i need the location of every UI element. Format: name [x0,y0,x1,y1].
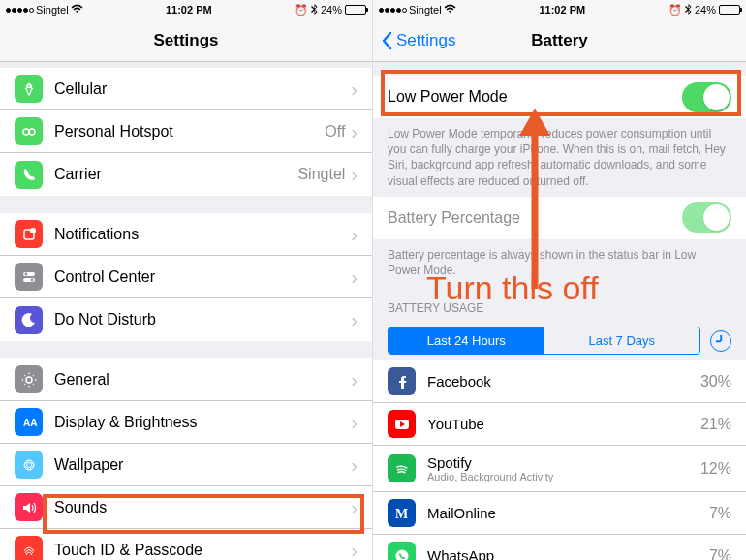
cell-battery-percentage: Battery Percentage [373,197,746,239]
svg-point-3 [30,228,36,233]
seg-last-24h[interactable]: Last 24 Hours [389,327,544,354]
app-row-youtube[interactable]: YouTube 21% [373,403,746,446]
app-row-mailonline[interactable]: M MailOnline 7% [373,492,746,535]
app-row-facebook[interactable]: Facebook 30% [373,360,746,403]
cell-notifications[interactable]: Notifications › [0,213,372,256]
settings-group-general: General › AA Display & Brightness › Wall… [0,358,372,560]
cell-label: Notifications [54,226,351,243]
moon-icon [15,306,43,334]
chevron-right-icon: › [351,310,357,329]
cell-value: Off [325,123,345,140]
wallpaper-icon [15,451,43,479]
chevron-right-icon: › [351,225,357,244]
cell-do-not-disturb[interactable]: Do Not Disturb › [0,298,372,341]
app-name: WhatsApp [427,547,709,560]
cell-label: Personal Hotspot [54,123,325,140]
cell-general[interactable]: General › [0,358,372,401]
app-pct: 7% [709,505,731,522]
page-title: Battery [531,31,588,50]
cell-carrier[interactable]: Carrier Singtel › [0,153,372,196]
cell-label: Battery Percentage [388,209,682,227]
alarm-icon: ⏰ [668,4,682,16]
mailonline-icon: M [388,499,416,527]
page-title: Settings [153,31,218,50]
cell-label: Low Power Mode [388,88,682,106]
alarm-icon: ⏰ [295,4,308,16]
app-name: Facebook [427,373,700,389]
spotify-icon [388,454,416,482]
cell-wallpaper[interactable]: Wallpaper › [0,444,372,486]
cell-label: General [54,371,351,389]
app-sub: Audio, Background Activity [427,471,700,482]
svg-point-6 [24,272,27,275]
battery-usage-list: Facebook 30% YouTube 21% Spotify Audio, … [373,360,746,560]
cell-control-center[interactable]: Control Center › [0,256,372,298]
brightness-icon: AA [15,408,43,436]
battery-percentage-group: Battery Percentage [373,197,746,239]
app-row-spotify[interactable]: Spotify Audio, Background Activity 12% [373,446,746,492]
battery-screen: Singtel 11:02 PM ⏰ 24% Settings Battery [373,0,746,560]
svg-point-7 [30,278,33,281]
bluetooth-icon [685,4,692,16]
gear-icon [15,365,43,393]
battery-icon [345,5,366,15]
notifications-icon [15,220,43,248]
low-power-mode-toggle[interactable] [682,82,731,112]
cellular-icon [15,75,43,103]
status-bar: Singtel 11:02 PM ⏰ 24% [0,0,372,19]
svg-point-10 [24,460,34,470]
clock-icon[interactable] [710,330,731,352]
whatsapp-icon [388,542,416,560]
lpm-footer-note: Low Power Mode temporarily reduces power… [373,118,746,197]
settings-group-alerts: Notifications › Control Center › Do Not … [0,213,372,341]
signal-dots-icon [6,8,34,13]
youtube-icon [388,410,416,438]
cell-low-power-mode[interactable]: Low Power Mode [373,76,746,118]
nav-bar: Settings Battery [373,19,746,62]
back-button[interactable]: Settings [381,31,455,50]
status-bar: Singtel 11:02 PM ⏰ 24% [373,0,746,19]
cell-display-brightness[interactable]: AA Display & Brightness › [0,401,372,444]
back-label: Settings [396,31,455,50]
svg-point-17 [395,549,408,560]
cell-label: Carrier [54,166,297,183]
status-time: 11:02 PM [539,4,585,16]
chevron-right-icon: › [351,122,357,141]
fingerprint-icon [15,536,43,560]
chevron-right-icon: › [351,541,357,560]
chevron-right-icon: › [351,498,357,517]
app-row-whatsapp[interactable]: WhatsApp 7% [373,535,746,560]
chevron-right-icon: › [351,413,357,432]
carrier-label: Singtel [36,4,69,16]
cell-sounds[interactable]: Sounds › [0,486,372,529]
cell-label: Display & Brightness [54,414,351,431]
nav-bar: Settings [0,19,372,62]
cell-personal-hotspot[interactable]: Personal Hotspot Off › [0,110,372,153]
svg-text:AA: AA [23,418,37,428]
seg-last-7d[interactable]: Last 7 Days [544,327,700,354]
usage-period-row: Last 24 Hours Last 7 Days [373,321,746,360]
battery-usage-header: BATTERY USAGE [373,286,746,321]
cell-cellular[interactable]: Cellular › [0,68,372,110]
app-pct: 30% [700,373,731,390]
app-name: MailOnline [427,505,709,521]
settings-group-network: Cellular › Personal Hotspot Off › Carrie… [0,68,372,196]
app-pct: 21% [700,416,731,433]
app-name: YouTube [427,416,700,432]
svg-point-11 [26,462,31,467]
cell-label: Touch ID & Passcode [54,542,351,559]
bpct-footer-note: Battery percentage is always shown in th… [373,239,746,286]
status-time: 11:02 PM [166,4,212,16]
cell-label: Wallpaper [54,456,351,474]
battery-pct-label: 24% [321,4,342,16]
signal-dots-icon [379,8,407,13]
wifi-icon [71,4,83,16]
cell-touch-id[interactable]: Touch ID & Passcode › [0,529,372,560]
battery-icon [719,5,740,15]
battery-pct-label: 24% [695,4,716,16]
hotspot-icon [15,117,43,145]
sounds-icon [15,493,43,521]
usage-period-segmented[interactable]: Last 24 Hours Last 7 Days [388,327,700,355]
wifi-icon [444,4,456,16]
battery-percentage-toggle [682,202,731,233]
